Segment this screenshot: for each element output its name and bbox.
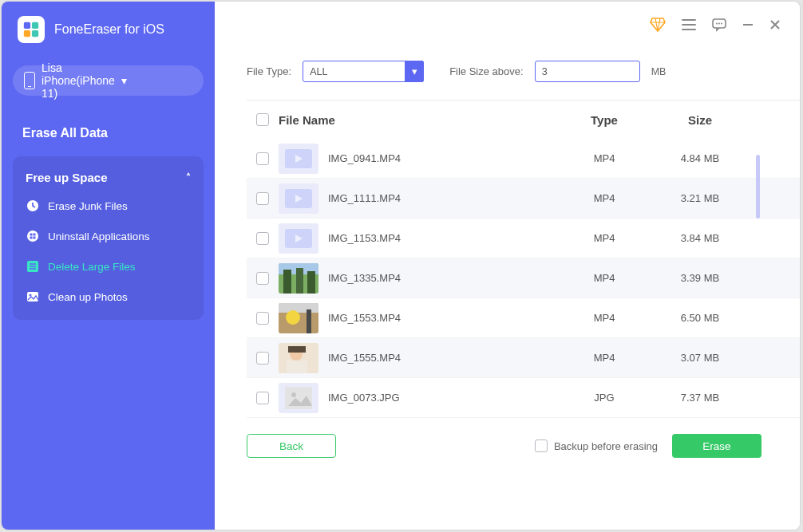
file-size: 3.21 MB <box>648 192 752 204</box>
table-row[interactable]: IMG_1335.MP4MP43.39 MB <box>247 258 800 298</box>
svg-rect-27 <box>279 303 318 313</box>
phone-icon <box>24 72 35 89</box>
svg-rect-0 <box>24 22 30 29</box>
chat-icon[interactable] <box>712 18 726 32</box>
file-size: 7.37 MB <box>648 392 752 404</box>
row-checkbox[interactable] <box>256 272 269 285</box>
sidebar-item-erase-all[interactable]: Erase All Data <box>13 120 204 147</box>
file-name: IMG_0073.JPG <box>328 392 400 404</box>
sidebar: FoneEraser for iOS Lisa iPhone(iPhone 11… <box>2 2 215 530</box>
table-row[interactable]: IMG_0073.JPGJPG7.37 MB <box>247 378 800 418</box>
table-row[interactable]: IMG_1553.MP4MP46.50 MB <box>247 298 800 338</box>
file-table: File Name Type Size IMG_0941.MP4MP44.84 … <box>247 100 800 418</box>
device-name: Lisa iPhone(iPhone 11) <box>42 61 115 100</box>
menu-icon[interactable] <box>682 18 696 31</box>
file-size: 3.84 MB <box>648 232 752 244</box>
table-header: File Name Type Size <box>247 100 800 139</box>
sidebar-item-delete-large-files[interactable]: Delete Large Files <box>13 251 204 282</box>
svg-rect-9 <box>34 237 36 239</box>
filter-bar: File Type: ▾ File Size above: MB <box>215 48 800 100</box>
file-thumbnail <box>279 144 318 174</box>
row-checkbox[interactable] <box>256 312 269 325</box>
apps-icon <box>26 229 40 243</box>
close-button[interactable] <box>769 19 781 30</box>
file-type: MP4 <box>560 272 648 284</box>
size-unit: MB <box>651 66 667 77</box>
file-thumbnail <box>279 223 318 254</box>
file-size: 3.07 MB <box>648 352 752 364</box>
sidebar-section-label: Free up Space <box>26 171 108 184</box>
file-type: MP4 <box>560 152 648 164</box>
minimize-button[interactable] <box>742 19 754 30</box>
backup-option[interactable]: Backup before erasing <box>535 439 658 452</box>
backup-checkbox[interactable] <box>535 439 548 452</box>
file-thumbnail <box>279 343 318 373</box>
row-checkbox[interactable] <box>256 352 269 365</box>
sidebar-item-label: Clean up Photos <box>48 291 128 303</box>
svg-rect-29 <box>307 309 311 333</box>
file-name: IMG_1555.MP4 <box>328 352 401 364</box>
file-type-select[interactable]: ▾ <box>303 61 424 82</box>
file-name: IMG_1153.MP4 <box>328 232 401 244</box>
file-name: IMG_0941.MP4 <box>328 152 401 164</box>
header-filename[interactable]: File Name <box>279 113 560 127</box>
header-size[interactable]: Size <box>648 113 752 127</box>
file-size-label: File Size above: <box>449 65 524 77</box>
sidebar-item-erase-junk-files[interactable]: Erase Junk Files <box>13 191 204 221</box>
svg-rect-32 <box>287 361 307 373</box>
table-row[interactable]: IMG_1111.MP4MP43.21 MB <box>247 179 800 219</box>
clock-icon <box>26 199 40 213</box>
sidebar-item-uninstall-applications[interactable]: Uninstall Applications <box>13 221 204 251</box>
file-type: MP4 <box>560 192 648 204</box>
header-type[interactable]: Type <box>560 113 648 127</box>
main-content: File Type: ▾ File Size above: MB File Na… <box>215 2 800 530</box>
file-type: MP4 <box>560 352 648 364</box>
file-size-input[interactable] <box>535 61 640 82</box>
file-size: 3.39 MB <box>648 272 752 284</box>
svg-point-16 <box>721 23 722 25</box>
file-thumbnail <box>279 263 318 294</box>
svg-point-5 <box>27 231 38 242</box>
svg-point-15 <box>718 23 720 25</box>
svg-rect-7 <box>34 234 36 236</box>
svg-point-35 <box>291 392 296 397</box>
table-row[interactable]: IMG_1153.MP4MP43.84 MB <box>247 219 800 258</box>
row-checkbox[interactable] <box>256 152 269 165</box>
file-type: MP4 <box>560 312 648 324</box>
svg-rect-8 <box>30 237 33 239</box>
file-type: MP4 <box>560 232 648 244</box>
premium-icon[interactable] <box>650 18 666 32</box>
file-thumbnail <box>279 383 318 413</box>
app-logo-icon <box>18 16 45 43</box>
back-button[interactable]: Back <box>247 434 336 458</box>
row-checkbox[interactable] <box>256 232 269 245</box>
photo-icon <box>26 290 40 304</box>
sidebar-item-label: Erase Junk Files <box>48 200 128 212</box>
table-row[interactable]: IMG_0941.MP4MP44.84 MB <box>247 139 800 179</box>
svg-rect-2 <box>24 30 30 37</box>
file-type-label: File Type: <box>247 65 291 77</box>
sidebar-item-label: Uninstall Applications <box>48 231 150 242</box>
chevron-down-icon: ▾ <box>121 74 192 87</box>
svg-point-28 <box>286 310 300 325</box>
svg-point-12 <box>30 294 32 297</box>
file-name: IMG_1335.MP4 <box>328 272 401 284</box>
file-thumbnail <box>279 303 318 333</box>
device-selector[interactable]: Lisa iPhone(iPhone 11) ▾ <box>13 65 204 96</box>
file-name: IMG_1553.MP4 <box>328 312 401 324</box>
app-title: FoneEraser for iOS <box>54 22 164 37</box>
titlebar <box>215 2 800 48</box>
svg-rect-23 <box>283 270 291 294</box>
row-checkbox[interactable] <box>256 392 269 404</box>
sidebar-item-clean-up-photos[interactable]: Clean up Photos <box>13 282 204 312</box>
svg-point-14 <box>716 23 718 25</box>
scrollbar[interactable] <box>756 155 760 219</box>
table-row[interactable]: IMG_1555.MP4MP43.07 MB <box>247 338 800 378</box>
erase-button[interactable]: Erase <box>672 434 761 458</box>
sidebar-section-header[interactable]: Free up Space ˄ <box>13 164 204 191</box>
footer: Back Backup before erasing Erase <box>215 418 800 477</box>
row-checkbox[interactable] <box>256 192 269 205</box>
svg-rect-33 <box>288 346 306 353</box>
select-all-checkbox[interactable] <box>256 113 269 126</box>
dropdown-arrow-icon[interactable]: ▾ <box>405 61 424 82</box>
